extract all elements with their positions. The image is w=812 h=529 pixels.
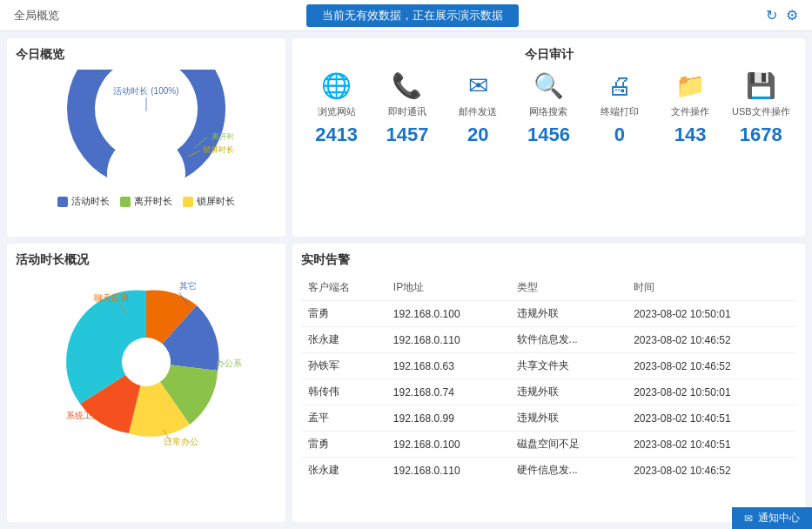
notification-icon: ✉ [744,512,753,525]
legend-lock-dot [183,197,193,207]
usb-label: USB文件操作 [732,105,790,118]
cell-type: 违规外联 [510,301,627,327]
audit-item-im: 📞 即时通讯 1457 [376,71,439,146]
table-row: 孙铁军192.168.0.63共享文件夹2023-08-02 10:46:52 [301,353,796,379]
search-label: 网络搜索 [529,105,567,118]
print-value: 0 [614,124,625,146]
cell-client: 孟平 [301,405,386,432]
browse-icon: 🌐 [321,71,352,100]
cell-type: 共享文件夹 [510,353,627,379]
col-ip: IP地址 [386,275,510,301]
usb-icon: 💾 [746,71,776,100]
cell-time: 2023-08-02 10:46:52 [627,458,796,484]
cell-ip: 192.168.0.74 [386,379,510,405]
im-label: 即时通讯 [388,105,426,118]
alerts-table: 客户端名 IP地址 类型 时间 雷勇192.168.0.100违规外联2023-… [301,275,796,483]
audit-item-files: 📁 文件操作 143 [659,71,721,146]
cell-type: 硬件信息发... [510,458,627,484]
files-label: 文件操作 [671,105,709,118]
cell-client: 雷勇 [301,432,386,458]
audit-item-usb: 💾 USB文件操作 1678 [729,71,792,146]
main-content: 今日概览 活动时长 (100%) 离开时长 (0%) 锁屏时长 (0%) [0,31,812,529]
audit-item-browse: 🌐 浏览网站 2413 [305,71,368,146]
cell-client: 孙铁军 [301,353,386,379]
cell-client: 张永建 [301,458,386,484]
realtime-alerts-title: 实时告警 [301,252,796,268]
today-audit-panel: 今日审计 🌐 浏览网站 2413 📞 即时通讯 1457 ✉ 邮件发送 20 [292,38,805,237]
svg-text:系统工具: 系统工具 [66,411,101,420]
cell-time: 2023-08-02 10:40:51 [627,432,796,458]
email-value: 20 [467,124,488,146]
app-header: 全局概览 当前无有效数据，正在展示演示数据 ↻ ⚙ [0,0,812,31]
donut-legend: 活动时长 离开时长 锁屏时长 [16,195,277,208]
cell-client: 雷勇 [301,301,386,327]
col-client: 客户端名 [301,275,386,301]
email-label: 邮件发送 [459,105,497,118]
legend-active-dot [57,197,68,207]
cell-type: 违规外联 [510,405,627,432]
realtime-alerts-panel: 实时告警 客户端名 IP地址 类型 时间 雷勇192.168.0.100违规外联… [292,244,805,522]
svg-text:其它: 其它 [179,281,197,291]
cell-client: 张永建 [301,327,386,353]
cell-time: 2023-08-02 10:50:01 [627,301,796,327]
files-value: 143 [674,124,707,146]
svg-text:活动时长 (100%): 活动时长 (100%) [113,86,178,96]
svg-point-0 [107,135,185,191]
search-icon: 🔍 [534,71,564,100]
activity-overview-panel: 活动时长概况 [7,244,285,522]
table-row: 张永建192.168.0.110硬件信息发...2023-08-02 10:46… [301,458,796,484]
im-icon: 📞 [392,71,422,100]
email-icon: ✉ [468,71,488,100]
svg-text:编程应用: 编程应用 [70,337,104,346]
legend-active-label: 活动时长 [71,195,110,208]
legend-away-label: 离开时长 [134,195,172,208]
cell-client: 韩传伟 [301,379,386,405]
refresh-icon[interactable]: ↻ [766,7,777,23]
svg-point-7 [122,338,171,386]
svg-text:办公系统: 办公系统 [216,358,242,368]
cell-ip: 192.168.0.99 [386,405,510,432]
top-row: 今日概览 活动时长 (100%) 离开时长 (0%) 锁屏时长 (0%) [0,31,812,240]
legend-active: 活动时长 [57,195,110,208]
browse-label: 浏览网站 [318,105,356,118]
col-time: 时间 [627,275,796,301]
svg-text:聊天应用: 聊天应用 [94,293,129,303]
print-icon: 🖨 [607,71,632,100]
table-row: 雷勇192.168.0.100磁盘空间不足2023-08-02 10:40:51 [301,432,796,458]
search-value: 1456 [527,124,570,146]
cell-time: 2023-08-02 10:46:52 [627,353,796,379]
today-audit-title: 今日审计 [301,47,796,63]
notification-label: 通知中心 [758,511,800,526]
print-label: 终端打印 [601,105,639,118]
audit-item-print: 🖨 终端打印 0 [588,71,651,146]
im-value: 1457 [386,124,428,146]
bottom-row: 活动时长概况 [0,240,812,529]
pie-svg: 其它 办公系统 日常办公 系统工具 编程应用 聊天应用 [50,275,242,449]
pie-chart: 其它 办公系统 日常办公 系统工具 编程应用 聊天应用 [50,275,242,449]
cell-ip: 192.168.0.110 [386,458,510,484]
cell-ip: 192.168.0.100 [386,432,510,458]
page-title: 全局概览 [14,8,59,23]
today-overview-panel: 今日概览 活动时长 (100%) 离开时长 (0%) 锁屏时长 (0%) [7,38,285,237]
files-icon: 📁 [675,71,706,100]
cell-ip: 192.168.0.110 [386,327,510,353]
table-row: 孟平192.168.0.99违规外联2023-08-02 10:40:51 [301,405,796,432]
cell-type: 违规外联 [510,379,627,405]
legend-lock-label: 锁屏时长 [197,195,235,208]
demo-banner: 当前无有效数据，正在展示演示数据 [306,4,519,27]
legend-away-dot [120,197,131,207]
legend-lock: 锁屏时长 [183,195,235,208]
cell-type: 软件信息发... [510,327,627,353]
cell-time: 2023-08-02 10:40:51 [627,405,796,432]
table-row: 张永建192.168.0.110软件信息发...2023-08-02 10:46… [301,327,796,353]
svg-text:日常办公: 日常办公 [164,437,198,446]
svg-text:离开时长 (0%): 离开时长 (0%) [211,132,233,141]
notification-bar[interactable]: ✉ 通知中心 [732,507,812,529]
table-row: 雷勇192.168.0.100违规外联2023-08-02 10:50:01 [301,301,796,327]
col-type: 类型 [510,275,627,301]
table-row: 韩传伟192.168.0.74违规外联2023-08-02 10:50:01 [301,379,796,405]
audit-item-email: ✉ 邮件发送 20 [446,71,509,146]
audit-item-search: 🔍 网络搜索 1456 [517,71,580,146]
cell-time: 2023-08-02 10:50:01 [627,379,796,405]
settings-icon[interactable]: ⚙ [786,7,798,23]
